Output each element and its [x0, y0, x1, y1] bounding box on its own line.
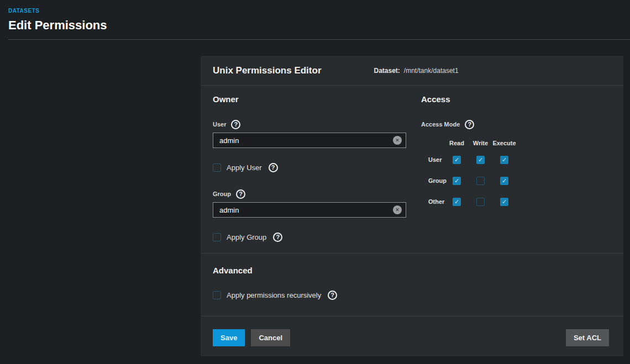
- group-execute-checkbox[interactable]: [500, 177, 508, 185]
- apply-group-checkbox[interactable]: [213, 233, 221, 241]
- col-header-write: Write: [469, 140, 492, 146]
- save-button[interactable]: Save: [213, 329, 245, 346]
- unix-permissions-card: Unix Permissions Editor Dataset: /mnt/ta…: [201, 56, 623, 356]
- access-row-user-label: User: [421, 156, 445, 163]
- access-section: Access Access Mode ? Read Write Execute …: [421, 94, 611, 253]
- dataset-path: /mnt/tank/dataset1: [404, 67, 459, 75]
- group-label: Group: [213, 191, 231, 197]
- access-row-group: Group: [421, 170, 611, 191]
- user-execute-checkbox[interactable]: [500, 156, 508, 164]
- apply-user-checkbox[interactable]: [213, 163, 221, 172]
- apply-user-help-icon[interactable]: ?: [269, 163, 278, 172]
- recursive-row: Apply permissions recursively ?: [213, 290, 611, 300]
- recursive-checkbox[interactable]: [213, 291, 221, 299]
- access-mode-label: Access Mode: [421, 121, 460, 128]
- advanced-heading: Advanced: [213, 266, 611, 276]
- set-acl-button[interactable]: Set ACL: [566, 329, 609, 346]
- user-field-label-row: User ?: [213, 119, 406, 129]
- other-write-checkbox[interactable]: [476, 198, 485, 206]
- other-read-checkbox[interactable]: [453, 198, 461, 206]
- access-mode-header-row: Read Write Execute: [421, 137, 611, 149]
- owner-section: Owner User ? ✕ Apply User ? Group ? ✕: [213, 94, 406, 253]
- access-heading: Access: [421, 94, 611, 104]
- other-execute-checkbox[interactable]: [500, 198, 508, 206]
- user-write-checkbox[interactable]: [476, 156, 485, 164]
- apply-user-label: Apply User: [227, 163, 262, 172]
- access-row-other-label: Other: [421, 198, 445, 205]
- actions-bar: Save Cancel Set ACL: [201, 316, 623, 356]
- apply-user-row: Apply User ?: [213, 162, 406, 172]
- page-title: Edit Permissions: [8, 18, 621, 33]
- apply-group-label: Apply Group: [227, 233, 266, 241]
- dataset-label: Dataset:: [374, 67, 400, 75]
- group-input-wrap: ✕: [213, 202, 406, 218]
- user-help-icon[interactable]: ?: [231, 120, 240, 129]
- access-mode-help-icon[interactable]: ?: [465, 120, 474, 129]
- user-clear-icon[interactable]: ✕: [393, 136, 402, 145]
- access-mode-table: Read Write Execute User Group: [421, 137, 611, 212]
- recursive-help-icon[interactable]: ?: [328, 291, 337, 300]
- page-header: DATASETS Edit Permissions: [0, 0, 630, 33]
- apply-group-row: Apply Group ?: [213, 232, 406, 242]
- recursive-label: Apply permissions recursively: [227, 291, 321, 299]
- card-body: Owner User ? ✕ Apply User ? Group ? ✕: [201, 86, 623, 254]
- group-clear-icon[interactable]: ✕: [393, 205, 402, 214]
- breadcrumb-datasets[interactable]: DATASETS: [8, 8, 39, 14]
- card-title: Unix Permissions Editor: [213, 65, 322, 76]
- user-input-wrap: ✕: [213, 133, 406, 148]
- advanced-section: Advanced Apply permissions recursively ?: [201, 254, 623, 316]
- header-divider: [8, 39, 630, 40]
- group-field-label-row: Group ?: [213, 189, 406, 199]
- user-label: User: [213, 121, 226, 128]
- group-help-icon[interactable]: ?: [236, 189, 245, 199]
- cancel-button[interactable]: Cancel: [251, 329, 290, 346]
- group-input[interactable]: [213, 202, 406, 218]
- access-row-group-label: Group: [421, 177, 445, 184]
- dataset-info: Dataset: /mnt/tank/dataset1: [374, 67, 459, 75]
- access-mode-label-row: Access Mode ?: [421, 119, 611, 129]
- user-read-checkbox[interactable]: [453, 156, 461, 164]
- group-write-checkbox[interactable]: [476, 177, 485, 185]
- card-header: Unix Permissions Editor Dataset: /mnt/ta…: [201, 56, 623, 86]
- owner-heading: Owner: [213, 94, 406, 104]
- access-row-other: Other: [421, 191, 611, 212]
- apply-group-help-icon[interactable]: ?: [273, 233, 282, 242]
- group-read-checkbox[interactable]: [453, 177, 461, 185]
- access-row-user: User: [421, 149, 611, 170]
- col-header-read: Read: [445, 140, 469, 146]
- col-header-execute: Execute: [492, 140, 516, 146]
- user-input[interactable]: [213, 133, 406, 148]
